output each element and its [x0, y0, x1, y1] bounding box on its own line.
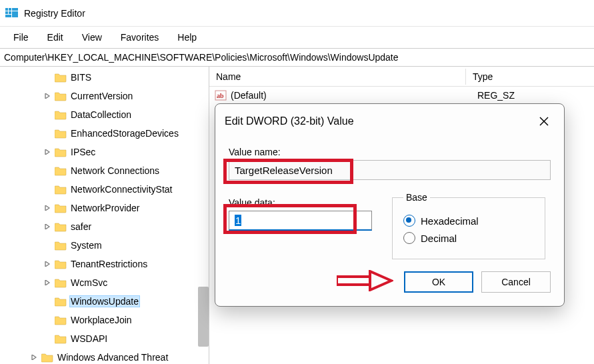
value-data-label: Value data: — [229, 197, 372, 208]
folder-icon — [55, 166, 67, 176]
chevron-right-icon[interactable] — [43, 91, 52, 101]
tree-node-label: safer — [69, 221, 93, 232]
cell-type: REG_SZ — [477, 90, 515, 101]
tree-node-label: Windows Advanced Threat — [56, 352, 169, 363]
tree-node-label: System — [69, 240, 103, 251]
folder-icon — [55, 278, 67, 288]
radio-decimal[interactable]: Decimal — [403, 232, 534, 244]
folder-icon — [55, 315, 67, 325]
tree-node[interactable]: EnhancedStorageDevices — [40, 124, 209, 143]
svg-rect-0 — [5, 8, 8, 11]
tree-node[interactable]: WorkplaceJoin — [40, 311, 209, 329]
folder-icon — [41, 353, 53, 363]
menu-view[interactable]: View — [74, 29, 110, 45]
tree-node[interactable]: Windows Advanced Threat — [27, 348, 209, 364]
cancel-button[interactable]: Cancel — [481, 271, 551, 293]
regedit-icon — [5, 7, 19, 20]
close-icon[interactable] — [533, 111, 555, 132]
radio-hexadecimal[interactable]: Hexadecimal — [403, 215, 534, 227]
svg-text:ab: ab — [217, 92, 224, 99]
tree-node[interactable]: WSDAPI — [40, 329, 209, 348]
svg-rect-5 — [12, 11, 18, 17]
folder-icon — [55, 203, 67, 213]
chevron-right-icon[interactable] — [43, 203, 52, 213]
col-type[interactable]: Type — [466, 69, 499, 85]
svg-rect-1 — [9, 8, 11, 11]
tree-node-label: WSDAPI — [69, 333, 109, 344]
tree-scrollbar[interactable] — [198, 287, 209, 347]
address-bar[interactable]: Computer\HKEY_LOCAL_MACHINE\SOFTWARE\Pol… — [0, 48, 594, 67]
folder-icon — [55, 73, 67, 83]
list-row[interactable]: ab(Default)REG_SZ — [209, 87, 594, 104]
tree-node-label: TenantRestrictions — [69, 259, 149, 269]
cell-name: (Default) — [231, 90, 477, 101]
folder-icon — [55, 241, 67, 251]
base-legend: Base — [403, 192, 430, 203]
value-name-field[interactable] — [229, 160, 551, 180]
tree-node-label: WindowsUpdate — [69, 295, 140, 307]
tree-node[interactable]: NetworkProvider — [40, 199, 209, 217]
svg-rect-6 — [5, 15, 11, 17]
tree-node-label: IPSec — [69, 147, 97, 157]
folder-icon — [55, 110, 67, 120]
folder-icon — [55, 91, 67, 101]
tree-node-label: NetworkConnectivityStat — [69, 184, 174, 195]
menu-favorites[interactable]: Favorites — [113, 29, 167, 45]
tree-node[interactable]: BITS — [40, 68, 209, 87]
tree-node-label: CurrentVersion — [69, 91, 134, 101]
folder-icon — [55, 334, 67, 344]
titlebar: Registry Editor — [0, 0, 594, 27]
chevron-right-icon[interactable] — [43, 278, 52, 287]
chevron-right-icon[interactable] — [29, 353, 39, 362]
folder-icon — [55, 297, 67, 307]
tree-node-label: BITS — [69, 72, 93, 83]
folder-icon — [55, 259, 67, 269]
tree-node-label: EnhancedStorageDevices — [69, 128, 180, 139]
address-path: Computer\HKEY_LOCAL_MACHINE\SOFTWARE\Pol… — [4, 52, 399, 63]
ok-button[interactable]: OK — [404, 271, 473, 293]
tree-node[interactable]: Network Connections — [40, 161, 209, 180]
chevron-right-icon[interactable] — [43, 222, 52, 231]
tree-node[interactable]: System — [40, 236, 209, 255]
tree-node[interactable]: IPSec — [40, 143, 209, 161]
menu-file[interactable]: File — [5, 29, 37, 45]
menubar: File Edit View Favorites Help — [0, 27, 594, 48]
string-value-icon: ab — [215, 89, 227, 101]
chevron-right-icon[interactable] — [43, 259, 52, 269]
tree-node-label: DataCollection — [69, 109, 133, 120]
base-group: Base Hexadecimal Decimal — [392, 192, 545, 259]
folder-icon — [55, 222, 67, 232]
tree-node[interactable]: WindowsUpdate — [40, 292, 209, 311]
tree-node-label: WcmSvc — [69, 277, 109, 288]
window-title: Registry Editor — [24, 8, 85, 19]
tree-node[interactable]: NetworkConnectivityStat — [40, 180, 209, 199]
folder-icon — [55, 129, 67, 139]
radio-dec-label: Decimal — [421, 233, 457, 244]
chevron-right-icon[interactable] — [43, 147, 52, 157]
edit-dword-dialog: Edit DWORD (32-bit) Value Value name: Va… — [215, 103, 565, 307]
menu-edit[interactable]: Edit — [39, 29, 71, 45]
tree-node[interactable]: TenantRestrictions — [40, 255, 209, 273]
tree-node[interactable]: WcmSvc — [40, 273, 209, 292]
radio-icon — [403, 232, 415, 244]
folder-icon — [55, 185, 67, 195]
tree-node[interactable]: CurrentVersion — [40, 87, 209, 105]
tree-panel: BITSCurrentVersionDataCollectionEnhanced… — [0, 67, 209, 364]
value-name-label: Value name: — [229, 147, 551, 157]
tree-node[interactable]: safer — [40, 217, 209, 236]
svg-rect-3 — [9, 11, 11, 14]
col-name[interactable]: Name — [209, 69, 466, 85]
svg-rect-2 — [5, 11, 8, 14]
folder-icon — [55, 147, 67, 157]
dialog-title: Edit DWORD (32-bit) Value — [225, 115, 354, 127]
svg-rect-4 — [12, 8, 18, 11]
value-data-field[interactable]: 1 — [229, 211, 372, 231]
radio-icon — [403, 215, 415, 227]
tree-node-label: Network Connections — [69, 165, 161, 176]
menu-help[interactable]: Help — [169, 29, 205, 45]
list-header: Name Type — [209, 67, 594, 87]
tree-node[interactable]: DataCollection — [40, 105, 209, 124]
tree-node-label: NetworkProvider — [69, 203, 141, 213]
radio-hex-label: Hexadecimal — [421, 215, 479, 227]
value-data-text: 1 — [235, 215, 241, 226]
